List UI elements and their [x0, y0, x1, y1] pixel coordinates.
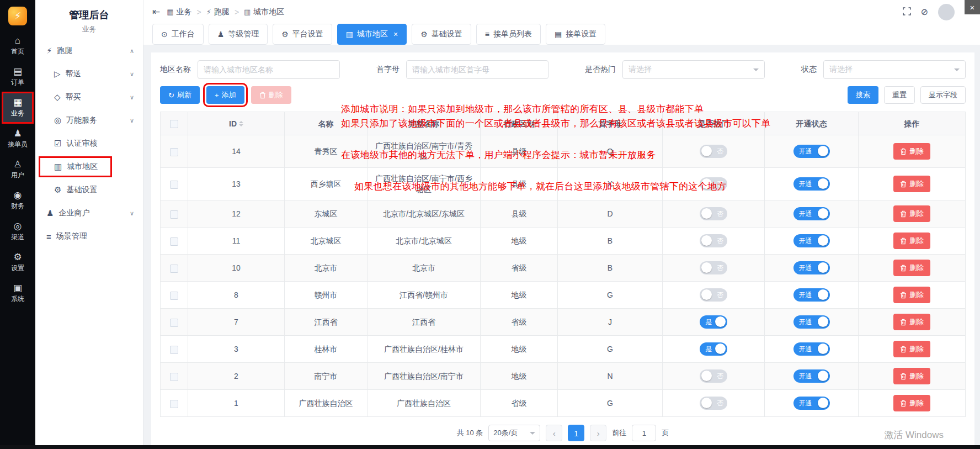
- hot-toggle[interactable]: 否: [700, 288, 727, 302]
- column-header-id[interactable]: ID: [188, 112, 285, 135]
- row-checkbox[interactable]: [170, 265, 178, 273]
- sidebar-item-city-region[interactable]: ▥ 城市地区: [35, 155, 143, 178]
- status-toggle[interactable]: 开通: [793, 207, 830, 220]
- sort-icon[interactable]: [239, 119, 243, 129]
- sidebar-item-basic-settings[interactable]: ⚙ 基础设置: [35, 178, 143, 202]
- row-checkbox[interactable]: [170, 210, 178, 219]
- tab-order-settings[interactable]: ▤ 接单设置: [546, 24, 605, 45]
- avatar[interactable]: [938, 4, 955, 20]
- hot-toggle[interactable]: 是: [700, 315, 727, 329]
- workbench-icon: ⊙: [161, 30, 168, 39]
- hot-toggle[interactable]: 否: [700, 145, 727, 158]
- delete-row-button[interactable]: 删除: [893, 368, 930, 384]
- delete-row-button[interactable]: 删除: [893, 205, 930, 222]
- delete-row-button[interactable]: 删除: [893, 176, 930, 192]
- next-page-button[interactable]: ›: [590, 425, 606, 441]
- status-toggle[interactable]: 开通: [793, 369, 830, 383]
- status-toggle[interactable]: 开通: [793, 397, 830, 410]
- cell-name: 桂林市: [315, 345, 338, 353]
- sidebar-item-errand[interactable]: ⚡ 跑腿 ∧: [35, 39, 143, 62]
- rail-item-couriers[interactable]: ♟ 接单员: [2, 124, 34, 154]
- status-toggle[interactable]: 开通: [793, 261, 830, 274]
- tab-platform-settings[interactable]: ⚙ 平台设置: [273, 24, 332, 45]
- hot-select[interactable]: 请选择: [622, 60, 765, 79]
- region-name-input[interactable]: [198, 60, 340, 79]
- sidebar-item-universal-service[interactable]: ◎ 万能服务 ∨: [35, 109, 143, 132]
- sidebar-item-scene-management[interactable]: ≡ 场景管理: [35, 225, 143, 248]
- tab-courier-list[interactable]: ≡ 接单员列表: [476, 24, 541, 45]
- page-size-select[interactable]: 20条/页: [488, 425, 540, 441]
- chevron-down-icon: ∨: [130, 94, 134, 101]
- bulk-delete-button[interactable]: 删除: [251, 86, 291, 104]
- delete-row-button[interactable]: 删除: [893, 233, 930, 249]
- app-logo[interactable]: ⚡: [8, 7, 27, 25]
- status-toggle[interactable]: 开通: [793, 315, 830, 329]
- delete-row-button[interactable]: 删除: [893, 395, 930, 411]
- initial-input[interactable]: [406, 60, 548, 79]
- delete-row-button[interactable]: 删除: [893, 341, 930, 357]
- row-checkbox[interactable]: [170, 292, 178, 300]
- row-checkbox[interactable]: [170, 400, 178, 408]
- rail-item-orders[interactable]: ▤ 订单: [2, 62, 34, 92]
- hot-toggle[interactable]: 否: [700, 207, 727, 220]
- rail-item-finance[interactable]: ◉ 财务: [2, 186, 34, 215]
- lock-screen-icon[interactable]: ⊘: [921, 8, 928, 17]
- toggle-knob: [701, 398, 712, 408]
- row-checkbox[interactable]: [170, 148, 178, 156]
- tab-level-management[interactable]: ♟ 等级管理: [209, 24, 268, 45]
- search-button[interactable]: 搜索: [848, 86, 878, 104]
- prev-page-button[interactable]: ‹: [546, 425, 562, 441]
- rail-item-business[interactable]: ▦ 业务: [2, 93, 34, 123]
- city-region-icon: ▥: [244, 8, 251, 16]
- breadcrumb-item-city-region[interactable]: ▥ 城市地区: [244, 7, 284, 17]
- current-page-button[interactable]: 1: [568, 425, 584, 441]
- tab-basic-settings[interactable]: ⚙ 基础设置: [412, 24, 471, 45]
- rail-item-system[interactable]: ▣ 系统: [2, 278, 34, 308]
- collapse-sidebar-icon[interactable]: ⇤: [152, 6, 160, 18]
- breadcrumb-item-business[interactable]: ▦ 业务: [167, 7, 191, 17]
- select-all-checkbox[interactable]: [170, 120, 178, 128]
- window-close-button[interactable]: ×: [965, 0, 980, 14]
- show-fields-button[interactable]: 显示字段: [920, 86, 966, 104]
- tab-city-region[interactable]: ▥ 城市地区 ×: [337, 24, 407, 45]
- fullscreen-icon[interactable]: [903, 7, 911, 17]
- hot-toggle[interactable]: 否: [700, 369, 727, 383]
- status-toggle[interactable]: 开通: [793, 145, 830, 158]
- hot-toggle[interactable]: 是: [700, 342, 727, 356]
- rail-item-settings[interactable]: ⚙ 设置: [2, 247, 34, 277]
- rail-item-users[interactable]: ♙ 用户: [2, 155, 34, 184]
- refresh-button[interactable]: ↻ 刷新: [160, 86, 200, 104]
- hot-toggle[interactable]: 否: [700, 261, 727, 274]
- delete-row-button[interactable]: 删除: [893, 314, 930, 330]
- sidebar-item-enterprise-merchant[interactable]: ♟ 企业商户 ∨: [35, 202, 143, 225]
- trash-icon: [900, 346, 907, 353]
- rail-item-home[interactable]: ⌂ 首页: [2, 31, 34, 61]
- tab-close-icon[interactable]: ×: [393, 30, 398, 39]
- row-checkbox[interactable]: [170, 237, 178, 246]
- rail-item-channels[interactable]: ◎ 渠道: [2, 216, 34, 246]
- toggle-knob: [818, 316, 828, 327]
- delete-row-button[interactable]: 删除: [893, 143, 930, 160]
- row-checkbox[interactable]: [170, 346, 178, 354]
- hot-toggle[interactable]: 否: [700, 234, 727, 247]
- status-toggle[interactable]: 开通: [793, 288, 830, 302]
- sidebar-item-certification-audit[interactable]: ☑ 认证审核: [35, 132, 143, 155]
- row-checkbox[interactable]: [170, 319, 178, 327]
- sidebar-item-help-buy[interactable]: ◇ 帮买 ∨: [35, 86, 143, 109]
- delete-row-button[interactable]: 删除: [893, 260, 930, 276]
- goto-page-input[interactable]: [632, 425, 656, 441]
- row-checkbox[interactable]: [170, 181, 178, 189]
- status-select[interactable]: 请选择: [823, 60, 966, 79]
- status-toggle[interactable]: 开通: [793, 342, 830, 356]
- add-button[interactable]: + 添加: [206, 86, 244, 104]
- hot-toggle[interactable]: 否: [700, 397, 727, 410]
- status-toggle[interactable]: 开通: [793, 234, 830, 247]
- row-checkbox[interactable]: [170, 373, 178, 381]
- delete-row-button[interactable]: 删除: [893, 287, 930, 303]
- chevron-down-icon: [753, 68, 759, 74]
- tab-workbench[interactable]: ⊙ 工作台: [152, 24, 204, 45]
- reset-button[interactable]: 重置: [884, 86, 915, 104]
- breadcrumb-item-errand[interactable]: ⚡ 跑腿: [206, 7, 230, 17]
- sidebar-item-help-deliver[interactable]: ▷ 帮送 ∨: [35, 62, 143, 86]
- status-toggle[interactable]: 开通: [793, 177, 830, 191]
